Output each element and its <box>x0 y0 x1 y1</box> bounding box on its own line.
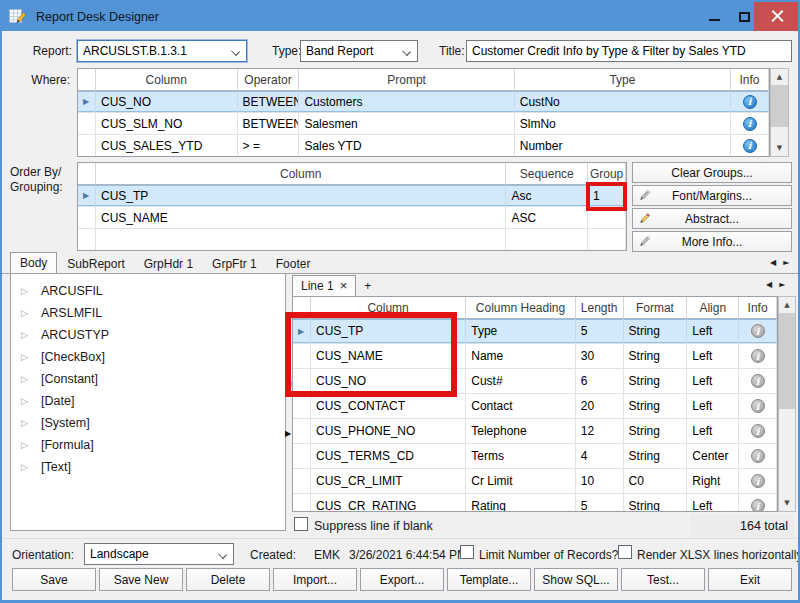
group-cell[interactable]: 1 <box>588 185 626 206</box>
report-select[interactable]: ARCUSLST.B.1.3.1 <box>77 40 247 62</box>
table-row[interactable]: CUS_NAMEASC <box>78 207 626 229</box>
row-selector[interactable] <box>293 494 311 512</box>
tree-item[interactable]: ▷[Text] <box>11 456 285 478</box>
limit-records-checkbox[interactable] <box>460 545 474 559</box>
format-cell[interactable]: String <box>624 344 688 368</box>
expand-icon[interactable]: ▷ <box>21 396 41 406</box>
length-cell[interactable]: 10 <box>576 469 624 493</box>
splitter-expand-icon[interactable]: ▶ <box>285 429 291 438</box>
tab-footer[interactable]: Footer <box>267 254 320 274</box>
expand-icon[interactable]: ▷ <box>21 374 41 384</box>
column-header[interactable]: Prompt <box>299 69 514 90</box>
prompt-cell[interactable]: Salesmen <box>299 113 514 134</box>
align-cell[interactable]: Left <box>687 369 739 393</box>
template-button[interactable]: Template... <box>447 568 531 591</box>
row-selector[interactable]: ▶ <box>293 319 311 343</box>
save-new-button[interactable]: Save New <box>99 568 183 591</box>
table-row[interactable]: ▶CUS_TPType5StringLefti <box>293 319 777 344</box>
orientation-select[interactable]: Landscape <box>84 543 234 565</box>
export-button[interactable]: Export... <box>360 568 444 591</box>
column-cell[interactable]: CUS_NO <box>96 91 238 112</box>
format-cell[interactable]: String <box>624 444 688 468</box>
tab-grpftr-1[interactable]: GrpFtr 1 <box>203 254 266 274</box>
align-cell[interactable]: Right <box>687 469 739 493</box>
sequence-cell[interactable]: Asc <box>506 185 588 206</box>
column-cell[interactable]: CUS_CR_LIMIT <box>311 469 466 493</box>
column-cell[interactable]: CUS_CONTACT <box>311 394 466 418</box>
format-cell[interactable]: String <box>624 494 688 512</box>
tree-item[interactable]: ▷ARCUSTYP <box>11 324 285 346</box>
align-cell[interactable]: Left <box>687 494 739 512</box>
heading-cell[interactable]: Terms <box>466 444 576 468</box>
exit-button[interactable]: Exit <box>708 568 792 591</box>
heading-cell[interactable]: Cust# <box>466 369 576 393</box>
scroll-down-icon[interactable]: ▼ <box>779 495 795 511</box>
info-cell[interactable]: i <box>731 91 769 112</box>
info-icon[interactable]: i <box>751 424 765 438</box>
info-icon[interactable]: i <box>751 499 765 512</box>
heading-cell[interactable]: Name <box>466 344 576 368</box>
import-button[interactable]: Import... <box>273 568 357 591</box>
column-cell[interactable]: CUS_TP <box>311 319 466 343</box>
column-header[interactable]: Column <box>311 297 466 318</box>
table-row[interactable]: CUS_PHONE_NOTelephone12StringLefti <box>293 419 777 444</box>
row-selector[interactable]: ▶ <box>78 91 96 112</box>
group-cell[interactable] <box>588 229 626 250</box>
length-cell[interactable]: 5 <box>576 494 624 512</box>
tree-item[interactable]: ▷ARSLMFIL <box>11 302 285 324</box>
close-tab-icon[interactable]: × <box>340 281 348 291</box>
sequence-cell[interactable] <box>506 229 588 250</box>
column-header[interactable]: Align <box>687 297 739 318</box>
info-cell[interactable]: i <box>739 369 777 393</box>
row-selector[interactable] <box>78 113 96 134</box>
heading-cell[interactable]: Cr Limit <box>466 469 576 493</box>
info-icon[interactable]: i <box>751 349 765 363</box>
expand-icon[interactable]: ▷ <box>21 462 41 472</box>
heading-cell[interactable]: Rating <box>466 494 576 512</box>
splitter-collapse-icon[interactable]: ◀ <box>285 379 291 388</box>
expand-icon[interactable]: ▷ <box>21 286 41 296</box>
column-cell[interactable]: CUS_NAME <box>96 207 506 228</box>
expand-icon[interactable]: ▷ <box>21 440 41 450</box>
column-cell[interactable]: CUS_CR_RATING <box>311 494 466 512</box>
show-sql-button[interactable]: Show SQL... <box>534 568 618 591</box>
clear-groups-button[interactable]: Clear Groups... <box>632 162 792 183</box>
row-selector[interactable] <box>78 135 96 156</box>
column-header[interactable]: Column Heading <box>466 297 576 318</box>
info-icon[interactable]: i <box>743 117 757 131</box>
column-header[interactable]: Type <box>515 69 731 90</box>
column-cell[interactable] <box>96 229 506 250</box>
column-header[interactable]: Info <box>731 69 769 90</box>
tab-grphdr-1[interactable]: GrpHdr 1 <box>135 254 202 274</box>
tree-item[interactable]: ▷[Constant] <box>11 368 285 390</box>
scroll-up-icon[interactable]: ▲ <box>771 69 788 85</box>
tab-scroll-left-icon[interactable]: ◀► <box>770 258 796 267</box>
tree-item[interactable]: ▷[CheckBox] <box>11 346 285 368</box>
column-cell[interactable]: CUS_SALES_YTD <box>96 135 238 156</box>
type-cell[interactable]: SlmNo <box>515 113 731 134</box>
line-scrollbar[interactable]: ▲ ▼ <box>778 296 796 512</box>
info-icon[interactable]: i <box>743 95 757 109</box>
table-row[interactable]: CUS_CONTACTContact20StringLefti <box>293 394 777 419</box>
column-header[interactable] <box>293 297 311 318</box>
format-cell[interactable]: String <box>624 319 688 343</box>
info-cell[interactable]: i <box>739 419 777 443</box>
align-cell[interactable]: Left <box>687 344 739 368</box>
column-header[interactable]: Info <box>739 297 777 318</box>
length-cell[interactable]: 20 <box>576 394 624 418</box>
row-selector[interactable] <box>293 369 311 393</box>
prompt-cell[interactable]: Customers <box>299 91 514 112</box>
column-cell[interactable]: CUS_TERMS_CD <box>311 444 466 468</box>
format-cell[interactable]: C0 <box>624 469 688 493</box>
expand-icon[interactable]: ▷ <box>21 308 41 318</box>
length-cell[interactable]: 30 <box>576 344 624 368</box>
column-header[interactable] <box>78 69 96 90</box>
expand-icon[interactable]: ▷ <box>21 418 41 428</box>
info-cell[interactable]: i <box>739 344 777 368</box>
column-header[interactable]: Column <box>96 69 238 90</box>
info-cell[interactable]: i <box>739 444 777 468</box>
column-header[interactable]: Operator <box>238 69 300 90</box>
table-row[interactable]: CUS_NOCust#6StringLefti <box>293 369 777 394</box>
type-select[interactable]: Band Report <box>300 40 418 62</box>
tab-line-1[interactable]: Line 1 × <box>292 275 356 296</box>
